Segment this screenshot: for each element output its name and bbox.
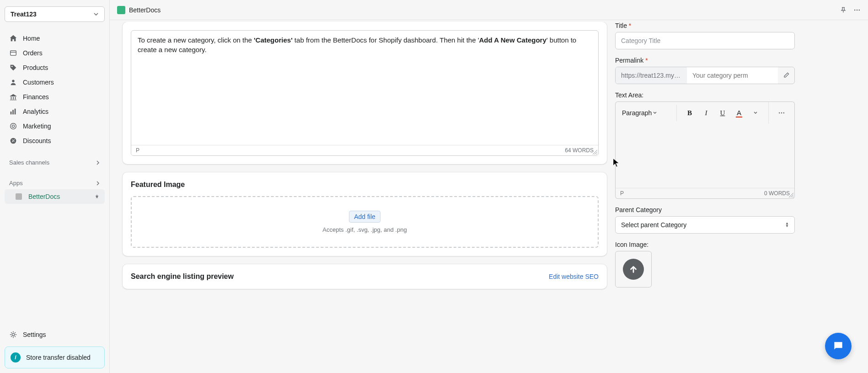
underline-button[interactable]: U — [716, 107, 729, 119]
sidebar-item-label: Analytics — [23, 108, 48, 115]
sidebar-item-label: Products — [23, 64, 48, 71]
editor-content[interactable]: To create a new category, click on the '… — [131, 31, 598, 145]
required-asterisk: * — [629, 22, 631, 29]
parent-category-select[interactable]: Select parent Category ▲▼ — [615, 216, 795, 234]
svg-point-2 — [12, 80, 14, 82]
edit-seo-link[interactable]: Edit website SEO — [549, 273, 599, 280]
permalink-input[interactable] — [687, 67, 778, 84]
chevron-down-icon — [653, 111, 657, 115]
pin-icon[interactable] — [840, 6, 847, 14]
app-icon — [15, 192, 23, 201]
more-icon[interactable] — [853, 6, 861, 14]
sidebar-item-customers[interactable]: Customers — [5, 75, 105, 90]
rte-area[interactable] — [616, 124, 794, 188]
sidebar-item-home[interactable]: Home — [5, 31, 105, 46]
editor-bold: Add A New Category — [479, 36, 547, 44]
sidebar-section-apps[interactable]: Apps — [5, 177, 105, 189]
store-transfer-alert[interactable]: i Store transfer disabled — [5, 346, 105, 368]
paragraph-select[interactable]: Paragraph — [622, 109, 657, 117]
svg-point-15 — [859, 9, 860, 10]
rte-editor[interactable]: P 0 WORDS — [615, 124, 795, 199]
sidebar-item-label: Orders — [23, 49, 43, 57]
app-tab[interactable]: BetterDocs — [117, 6, 161, 14]
select-value: Select parent Category — [621, 221, 686, 229]
upload-arrow-icon — [623, 259, 644, 280]
svg-point-13 — [854, 9, 855, 10]
field-label: Text Area: — [615, 91, 795, 99]
user-icon — [9, 78, 17, 86]
sidebar-section-sales-channels[interactable]: Sales channels — [5, 156, 105, 169]
rte-path: P — [620, 190, 624, 197]
textarea-field: Text Area: Paragraph B I U A — [615, 91, 795, 199]
editor-text: tab from the BetterDocs for Shopify dash… — [293, 36, 479, 44]
icon-upload-button[interactable] — [615, 251, 652, 288]
sidebar-item-label: Finances — [23, 93, 49, 101]
bold-button[interactable]: B — [683, 107, 696, 119]
sidebar-item-label: Home — [23, 35, 40, 42]
rte-wordcount: 0 WORDS — [764, 190, 790, 197]
sidebar-item-label: Discounts — [23, 137, 51, 144]
svg-point-16 — [779, 112, 780, 113]
editor-bold: 'Categories' — [254, 36, 293, 44]
editor-path: P — [136, 147, 139, 154]
chat-icon — [832, 340, 844, 352]
main: BetterDocs To create a new category, cli… — [110, 0, 868, 373]
upload-dropzone[interactable]: Add file Accepts .gif, .svg, .jpg, and .… — [131, 196, 599, 248]
card-title: Featured Image — [131, 181, 599, 189]
italic-button[interactable]: I — [700, 107, 713, 119]
chevron-down-icon[interactable] — [749, 107, 762, 119]
pin-icon[interactable] — [94, 193, 100, 200]
permalink-prefix: https://treat123.myshopify.... — [616, 67, 687, 84]
sidebar-item-orders[interactable]: Orders — [5, 46, 105, 60]
parent-category-field: Parent Category Select parent Category ▲… — [615, 206, 795, 234]
title-input[interactable] — [615, 32, 795, 49]
sidebar-item-analytics[interactable]: Analytics — [5, 104, 105, 119]
resize-handle-icon[interactable] — [789, 193, 793, 197]
icon-image-field: Icon Image: — [615, 241, 795, 288]
label-text: Title — [615, 22, 627, 29]
sidebar-item-settings[interactable]: Settings — [5, 327, 105, 342]
info-icon: i — [11, 352, 21, 362]
chat-fab[interactable] — [825, 333, 852, 359]
svg-point-12 — [12, 333, 14, 336]
required-asterisk: * — [645, 57, 648, 64]
app-name: BetterDocs — [129, 6, 161, 14]
right-column: Title * Permalink * https://treat123.mys… — [615, 22, 805, 373]
sidebar-item-discounts[interactable]: Discounts — [5, 133, 105, 148]
section-label: Sales channels — [9, 159, 49, 166]
text-color-button[interactable]: A — [733, 107, 745, 119]
description-editor[interactable]: To create a new category, click on the '… — [131, 30, 599, 156]
sidebar-item-betterdocs[interactable]: BetterDocs — [5, 189, 105, 204]
section-label: Apps — [9, 180, 23, 186]
format-label: Paragraph — [622, 109, 652, 117]
discount-icon — [9, 137, 17, 145]
card-title: Search engine listing preview — [131, 272, 234, 281]
chevron-right-icon — [96, 160, 100, 165]
svg-point-6 — [11, 123, 16, 129]
sidebar-item-label: Customers — [23, 79, 54, 86]
analytics-icon — [9, 107, 17, 116]
permalink-group: https://treat123.myshopify.... — [615, 67, 795, 84]
sidebar-item-finances[interactable]: Finances — [5, 90, 105, 104]
editor-footer: P 64 WORDS — [131, 145, 598, 155]
svg-rect-11 — [16, 193, 22, 200]
store-selector[interactable]: Treat123 — [5, 6, 105, 22]
editor-text: To create a new category, click on the — [138, 36, 254, 44]
add-file-button[interactable]: Add file — [349, 211, 380, 223]
chevron-right-icon — [96, 181, 100, 186]
edit-icon[interactable] — [778, 67, 794, 84]
resize-handle-icon[interactable] — [593, 150, 597, 155]
field-label: Title * — [615, 22, 795, 29]
sidebar-item-marketing[interactable]: Marketing — [5, 119, 105, 133]
sidebar-item-products[interactable]: Products — [5, 60, 105, 75]
svg-rect-5 — [15, 109, 16, 115]
permalink-field: Permalink * https://treat123.myshopify..… — [615, 57, 795, 84]
rte-footer: P 0 WORDS — [616, 188, 794, 198]
app-logo-icon — [117, 6, 125, 14]
bank-icon — [9, 93, 17, 101]
orders-icon — [9, 49, 17, 57]
gear-icon — [9, 330, 17, 339]
sidebar-item-label: Marketing — [23, 123, 51, 130]
svg-point-14 — [857, 9, 857, 10]
more-button[interactable] — [775, 107, 788, 119]
